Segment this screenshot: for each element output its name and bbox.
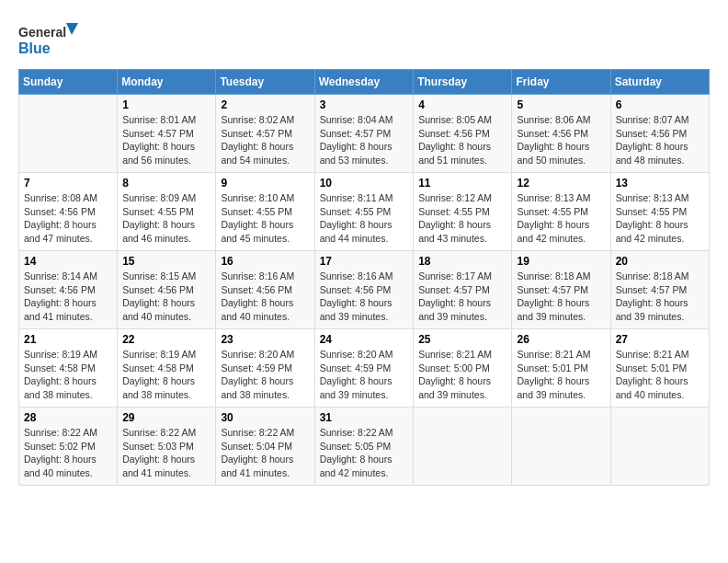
logo-svg: GeneralBlue [18,18,83,60]
calendar-cell [610,408,709,486]
calendar-cell: 4Sunrise: 8:05 AM Sunset: 4:56 PM Daylig… [414,95,512,173]
day-info: Sunrise: 8:15 AM Sunset: 4:56 PM Dayligh… [122,270,210,324]
day-number: 20 [616,255,704,268]
day-number: 29 [122,411,210,424]
day-number: 17 [320,255,409,268]
calendar-week-row: 21Sunrise: 8:19 AM Sunset: 4:58 PM Dayli… [19,329,710,408]
day-info: Sunrise: 8:16 AM Sunset: 4:56 PM Dayligh… [221,270,309,324]
day-info: Sunrise: 8:11 AM Sunset: 4:55 PM Dayligh… [320,191,409,246]
calendar-cell: 3Sunrise: 8:04 AM Sunset: 4:57 PM Daylig… [314,95,414,173]
day-number: 14 [24,255,112,268]
day-number: 9 [221,177,309,190]
day-info: Sunrise: 8:16 AM Sunset: 4:56 PM Dayligh… [320,270,409,324]
day-info: Sunrise: 8:12 AM Sunset: 4:55 PM Dayligh… [418,191,506,246]
day-number: 27 [616,333,704,346]
calendar-cell [512,408,610,486]
calendar-cell: 25Sunrise: 8:21 AM Sunset: 5:00 PM Dayli… [414,329,512,408]
day-info: Sunrise: 8:19 AM Sunset: 4:58 PM Dayligh… [122,348,210,402]
day-info: Sunrise: 8:05 AM Sunset: 4:56 PM Dayligh… [418,113,506,167]
calendar-week-row: 1Sunrise: 8:01 AM Sunset: 4:57 PM Daylig… [19,95,710,173]
logo: GeneralBlue [18,18,83,60]
calendar-cell: 26Sunrise: 8:21 AM Sunset: 5:01 PM Dayli… [512,329,610,408]
calendar-cell: 19Sunrise: 8:18 AM Sunset: 4:57 PM Dayli… [512,251,610,329]
svg-text:Blue: Blue [18,40,51,56]
column-header-wednesday: Wednesday [314,70,414,95]
day-info: Sunrise: 8:22 AM Sunset: 5:02 PM Dayligh… [24,426,112,480]
calendar-cell: 1Sunrise: 8:01 AM Sunset: 4:57 PM Daylig… [118,95,216,173]
day-number: 16 [221,255,309,268]
day-info: Sunrise: 8:06 AM Sunset: 4:56 PM Dayligh… [517,113,605,167]
calendar-cell: 6Sunrise: 8:07 AM Sunset: 4:56 PM Daylig… [610,95,709,173]
calendar-cell: 17Sunrise: 8:16 AM Sunset: 4:56 PM Dayli… [314,251,414,329]
day-info: Sunrise: 8:18 AM Sunset: 4:57 PM Dayligh… [517,270,605,324]
calendar-cell: 31Sunrise: 8:22 AM Sunset: 5:05 PM Dayli… [314,408,414,486]
day-number: 23 [221,333,309,346]
calendar-cell: 5Sunrise: 8:06 AM Sunset: 4:56 PM Daylig… [512,95,610,173]
day-number: 30 [221,411,309,424]
calendar-cell: 28Sunrise: 8:22 AM Sunset: 5:02 PM Dayli… [19,408,118,486]
day-info: Sunrise: 8:08 AM Sunset: 4:56 PM Dayligh… [24,191,112,246]
day-info: Sunrise: 8:21 AM Sunset: 5:00 PM Dayligh… [418,348,506,402]
column-header-sunday: Sunday [19,70,118,95]
page-header: GeneralBlue [18,18,710,60]
day-number: 5 [517,98,605,111]
svg-marker-2 [66,23,78,35]
day-info: Sunrise: 8:09 AM Sunset: 4:55 PM Dayligh… [122,191,210,246]
day-info: Sunrise: 8:21 AM Sunset: 5:01 PM Dayligh… [616,348,704,402]
calendar-header-row: SundayMondayTuesdayWednesdayThursdayFrid… [19,70,710,95]
calendar-table: SundayMondayTuesdayWednesdayThursdayFrid… [18,69,710,486]
day-number: 28 [24,411,112,424]
day-number: 2 [221,98,309,111]
day-info: Sunrise: 8:07 AM Sunset: 4:56 PM Dayligh… [616,113,704,167]
day-number: 1 [122,98,210,111]
day-info: Sunrise: 8:22 AM Sunset: 5:04 PM Dayligh… [221,426,309,480]
calendar-cell: 23Sunrise: 8:20 AM Sunset: 4:59 PM Dayli… [216,329,314,408]
calendar-cell: 12Sunrise: 8:13 AM Sunset: 4:55 PM Dayli… [512,173,610,251]
day-number: 24 [320,333,409,346]
column-header-thursday: Thursday [414,70,512,95]
day-number: 18 [418,255,506,268]
calendar-cell: 20Sunrise: 8:18 AM Sunset: 4:57 PM Dayli… [610,251,709,329]
day-info: Sunrise: 8:01 AM Sunset: 4:57 PM Dayligh… [122,113,210,167]
day-info: Sunrise: 8:10 AM Sunset: 4:55 PM Dayligh… [221,191,309,246]
calendar-cell: 27Sunrise: 8:21 AM Sunset: 5:01 PM Dayli… [610,329,709,408]
calendar-cell: 22Sunrise: 8:19 AM Sunset: 4:58 PM Dayli… [118,329,216,408]
column-header-tuesday: Tuesday [216,70,314,95]
day-info: Sunrise: 8:14 AM Sunset: 4:56 PM Dayligh… [24,270,112,324]
calendar-cell: 15Sunrise: 8:15 AM Sunset: 4:56 PM Dayli… [118,251,216,329]
day-number: 4 [418,98,506,111]
calendar-cell: 13Sunrise: 8:13 AM Sunset: 4:55 PM Dayli… [610,173,709,251]
day-number: 10 [320,177,409,190]
day-number: 7 [24,177,112,190]
calendar-cell: 18Sunrise: 8:17 AM Sunset: 4:57 PM Dayli… [414,251,512,329]
day-info: Sunrise: 8:17 AM Sunset: 4:57 PM Dayligh… [418,270,506,324]
calendar-cell: 7Sunrise: 8:08 AM Sunset: 4:56 PM Daylig… [19,173,118,251]
day-number: 8 [122,177,210,190]
calendar-cell: 30Sunrise: 8:22 AM Sunset: 5:04 PM Dayli… [216,408,314,486]
calendar-cell: 10Sunrise: 8:11 AM Sunset: 4:55 PM Dayli… [314,173,414,251]
day-number: 22 [122,333,210,346]
calendar-week-row: 14Sunrise: 8:14 AM Sunset: 4:56 PM Dayli… [19,251,710,329]
day-number: 31 [320,411,409,424]
day-info: Sunrise: 8:18 AM Sunset: 4:57 PM Dayligh… [616,270,704,324]
calendar-cell: 9Sunrise: 8:10 AM Sunset: 4:55 PM Daylig… [216,173,314,251]
calendar-cell [414,408,512,486]
day-number: 3 [320,98,409,111]
day-number: 19 [517,255,605,268]
day-number: 13 [616,177,704,190]
calendar-cell: 2Sunrise: 8:02 AM Sunset: 4:57 PM Daylig… [216,95,314,173]
day-info: Sunrise: 8:22 AM Sunset: 5:05 PM Dayligh… [320,426,409,480]
day-info: Sunrise: 8:13 AM Sunset: 4:55 PM Dayligh… [616,191,704,246]
day-number: 15 [122,255,210,268]
calendar-cell: 14Sunrise: 8:14 AM Sunset: 4:56 PM Dayli… [19,251,118,329]
day-number: 12 [517,177,605,190]
day-info: Sunrise: 8:19 AM Sunset: 4:58 PM Dayligh… [24,348,112,402]
calendar-cell: 21Sunrise: 8:19 AM Sunset: 4:58 PM Dayli… [19,329,118,408]
calendar-cell: 8Sunrise: 8:09 AM Sunset: 4:55 PM Daylig… [118,173,216,251]
calendar-cell: 24Sunrise: 8:20 AM Sunset: 4:59 PM Dayli… [314,329,414,408]
day-number: 6 [616,98,704,111]
day-number: 26 [517,333,605,346]
day-info: Sunrise: 8:22 AM Sunset: 5:03 PM Dayligh… [122,426,210,480]
day-number: 25 [418,333,506,346]
day-number: 11 [418,177,506,190]
